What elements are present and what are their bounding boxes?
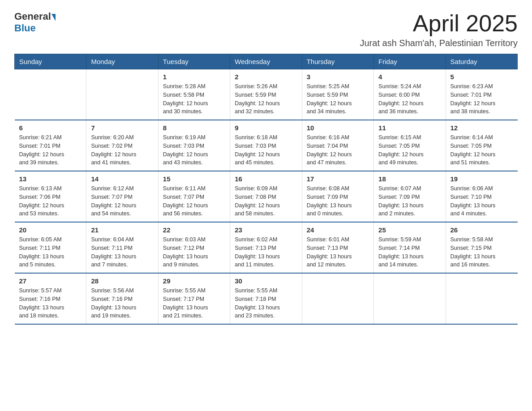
week-row-4: 20Sunrise: 6:05 AM Sunset: 7:11 PM Dayli…: [15, 222, 518, 273]
day-number: 2: [235, 73, 297, 81]
day-info: Sunrise: 5:55 AM Sunset: 7:17 PM Dayligh…: [163, 287, 225, 320]
day-cell: 16Sunrise: 6:09 AM Sunset: 7:08 PM Dayli…: [230, 171, 302, 222]
day-number: 3: [307, 73, 369, 81]
day-cell: 13Sunrise: 6:13 AM Sunset: 7:06 PM Dayli…: [15, 171, 86, 222]
day-cell: [86, 69, 158, 120]
day-number: 18: [378, 175, 441, 183]
day-cell: 30Sunrise: 5:55 AM Sunset: 7:18 PM Dayli…: [230, 273, 302, 324]
day-cell: 11Sunrise: 6:15 AM Sunset: 7:05 PM Dayli…: [374, 120, 446, 171]
day-cell: 22Sunrise: 6:03 AM Sunset: 7:12 PM Dayli…: [158, 222, 230, 273]
day-cell: 7Sunrise: 6:20 AM Sunset: 7:02 PM Daylig…: [86, 120, 158, 171]
day-cell: 24Sunrise: 6:01 AM Sunset: 7:13 PM Dayli…: [302, 222, 373, 273]
day-cell: 5Sunrise: 6:23 AM Sunset: 7:01 PM Daylig…: [446, 69, 517, 120]
day-info: Sunrise: 6:09 AM Sunset: 7:08 PM Dayligh…: [235, 184, 297, 218]
day-number: 11: [378, 124, 441, 132]
day-info: Sunrise: 6:01 AM Sunset: 7:13 PM Dayligh…: [307, 235, 369, 269]
day-number: 9: [235, 124, 297, 132]
day-cell: [446, 273, 517, 324]
logo-blue-text: Blue: [14, 22, 36, 34]
day-cell: 27Sunrise: 5:57 AM Sunset: 7:16 PM Dayli…: [15, 273, 86, 324]
day-cell: 15Sunrise: 6:11 AM Sunset: 7:07 PM Dayli…: [158, 171, 230, 222]
day-number: 10: [307, 124, 369, 132]
day-info: Sunrise: 6:14 AM Sunset: 7:05 PM Dayligh…: [450, 133, 513, 167]
day-info: Sunrise: 5:24 AM Sunset: 6:00 PM Dayligh…: [378, 82, 441, 116]
calendar-table: SundayMondayTuesdayWednesdayThursdayFrid…: [14, 54, 518, 325]
day-cell: 8Sunrise: 6:19 AM Sunset: 7:03 PM Daylig…: [158, 120, 230, 171]
day-number: 17: [307, 175, 369, 183]
day-info: Sunrise: 6:08 AM Sunset: 7:09 PM Dayligh…: [307, 184, 369, 218]
day-info: Sunrise: 6:07 AM Sunset: 7:09 PM Dayligh…: [378, 184, 441, 218]
day-cell: 3Sunrise: 5:25 AM Sunset: 5:59 PM Daylig…: [302, 69, 373, 120]
day-number: 22: [163, 226, 225, 234]
day-number: 4: [378, 73, 441, 81]
day-number: 6: [19, 124, 82, 132]
day-info: Sunrise: 6:23 AM Sunset: 7:01 PM Dayligh…: [450, 82, 513, 116]
day-number: 19: [450, 175, 513, 183]
day-cell: 18Sunrise: 6:07 AM Sunset: 7:09 PM Dayli…: [374, 171, 446, 222]
day-cell: 26Sunrise: 5:58 AM Sunset: 7:15 PM Dayli…: [446, 222, 517, 273]
day-cell: 19Sunrise: 6:06 AM Sunset: 7:10 PM Dayli…: [446, 171, 517, 222]
day-info: Sunrise: 6:06 AM Sunset: 7:10 PM Dayligh…: [450, 184, 513, 218]
weekday-header-thursday: Thursday: [302, 54, 373, 69]
day-number: 29: [163, 277, 225, 285]
page-header: General Blue April 2025 Jurat ash Sham'a…: [14, 11, 518, 48]
day-cell: 2Sunrise: 5:26 AM Sunset: 5:59 PM Daylig…: [230, 69, 302, 120]
month-title: April 2025: [360, 11, 518, 36]
weekday-header-friday: Friday: [374, 54, 446, 69]
day-number: 13: [19, 175, 82, 183]
day-number: 1: [163, 73, 225, 81]
day-cell: 23Sunrise: 6:02 AM Sunset: 7:13 PM Dayli…: [230, 222, 302, 273]
day-info: Sunrise: 6:12 AM Sunset: 7:07 PM Dayligh…: [91, 184, 153, 218]
day-cell: 28Sunrise: 5:56 AM Sunset: 7:16 PM Dayli…: [86, 273, 158, 324]
day-info: Sunrise: 6:03 AM Sunset: 7:12 PM Dayligh…: [163, 235, 225, 269]
weekday-header-monday: Monday: [86, 54, 158, 69]
day-cell: 6Sunrise: 6:21 AM Sunset: 7:01 PM Daylig…: [15, 120, 86, 171]
day-cell: [302, 273, 373, 324]
day-number: 27: [19, 277, 82, 285]
day-info: Sunrise: 6:19 AM Sunset: 7:03 PM Dayligh…: [163, 133, 225, 167]
day-cell: 10Sunrise: 6:16 AM Sunset: 7:04 PM Dayli…: [302, 120, 373, 171]
day-number: 8: [163, 124, 225, 132]
day-cell: 21Sunrise: 6:04 AM Sunset: 7:11 PM Dayli…: [86, 222, 158, 273]
weekday-header-saturday: Saturday: [446, 54, 517, 69]
day-number: 20: [19, 226, 82, 234]
day-cell: 4Sunrise: 5:24 AM Sunset: 6:00 PM Daylig…: [374, 69, 446, 120]
week-row-1: 1Sunrise: 5:28 AM Sunset: 5:58 PM Daylig…: [15, 69, 518, 120]
day-info: Sunrise: 5:57 AM Sunset: 7:16 PM Dayligh…: [19, 287, 82, 320]
day-info: Sunrise: 6:04 AM Sunset: 7:11 PM Dayligh…: [91, 235, 153, 269]
day-info: Sunrise: 5:25 AM Sunset: 5:59 PM Dayligh…: [307, 82, 369, 116]
day-info: Sunrise: 6:05 AM Sunset: 7:11 PM Dayligh…: [19, 235, 82, 269]
day-info: Sunrise: 6:13 AM Sunset: 7:06 PM Dayligh…: [19, 184, 82, 218]
day-info: Sunrise: 6:15 AM Sunset: 7:05 PM Dayligh…: [378, 133, 441, 167]
day-cell: 9Sunrise: 6:18 AM Sunset: 7:03 PM Daylig…: [230, 120, 302, 171]
day-info: Sunrise: 6:18 AM Sunset: 7:03 PM Dayligh…: [235, 133, 297, 167]
day-info: Sunrise: 5:56 AM Sunset: 7:16 PM Dayligh…: [91, 287, 153, 320]
day-number: 15: [163, 175, 225, 183]
day-number: 28: [91, 277, 153, 285]
day-info: Sunrise: 6:11 AM Sunset: 7:07 PM Dayligh…: [163, 184, 225, 218]
day-info: Sunrise: 6:02 AM Sunset: 7:13 PM Dayligh…: [235, 235, 297, 269]
day-cell: 25Sunrise: 5:59 AM Sunset: 7:14 PM Dayli…: [374, 222, 446, 273]
day-cell: 17Sunrise: 6:08 AM Sunset: 7:09 PM Dayli…: [302, 171, 373, 222]
week-row-2: 6Sunrise: 6:21 AM Sunset: 7:01 PM Daylig…: [15, 120, 518, 171]
day-number: 26: [450, 226, 513, 234]
week-row-3: 13Sunrise: 6:13 AM Sunset: 7:06 PM Dayli…: [15, 171, 518, 222]
location-subtitle: Jurat ash Sham'ah, Palestinian Territory: [360, 38, 518, 48]
day-number: 30: [235, 277, 297, 285]
day-number: 23: [235, 226, 297, 234]
day-cell: [15, 69, 86, 120]
day-info: Sunrise: 6:16 AM Sunset: 7:04 PM Dayligh…: [307, 133, 369, 167]
day-cell: 20Sunrise: 6:05 AM Sunset: 7:11 PM Dayli…: [15, 222, 86, 273]
day-cell: [374, 273, 446, 324]
day-cell: 1Sunrise: 5:28 AM Sunset: 5:58 PM Daylig…: [158, 69, 230, 120]
day-cell: 29Sunrise: 5:55 AM Sunset: 7:17 PM Dayli…: [158, 273, 230, 324]
day-number: 14: [91, 175, 153, 183]
title-block: April 2025 Jurat ash Sham'ah, Palestinia…: [360, 11, 518, 48]
logo-general-text: General: [14, 11, 51, 22]
day-info: Sunrise: 5:26 AM Sunset: 5:59 PM Dayligh…: [235, 82, 297, 116]
day-number: 24: [307, 226, 369, 234]
day-number: 7: [91, 124, 153, 132]
day-cell: 12Sunrise: 6:14 AM Sunset: 7:05 PM Dayli…: [446, 120, 517, 171]
day-number: 21: [91, 226, 153, 234]
logo: General Blue: [14, 11, 56, 34]
